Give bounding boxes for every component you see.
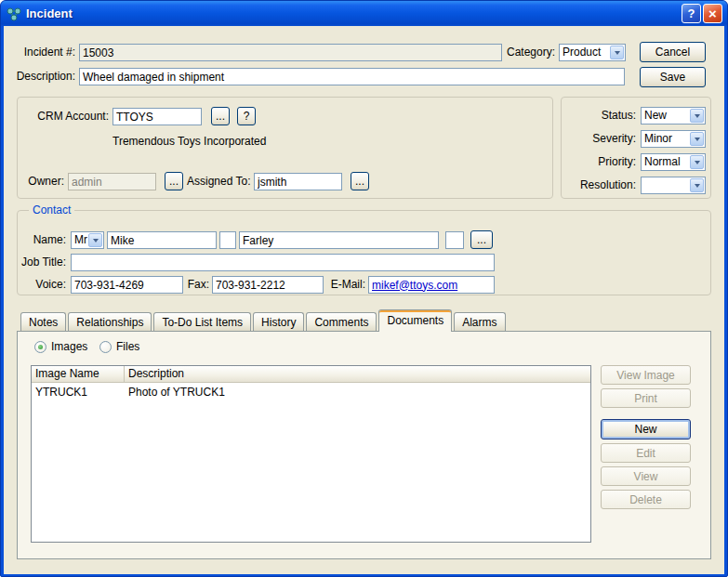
chevron-down-icon xyxy=(690,155,704,169)
cell-image-name: YTRUCK1 xyxy=(32,385,125,400)
documents-table: Image Name Description YTRUCK1 Photo of … xyxy=(31,365,591,543)
edit-button[interactable]: Edit xyxy=(601,443,691,463)
documents-tab-panel: Images Files Image Name Description YTRU… xyxy=(17,331,711,559)
suffix-field[interactable] xyxy=(445,231,464,249)
tab-history[interactable]: History xyxy=(253,312,304,331)
print-button[interactable]: Print xyxy=(601,388,691,408)
first-name-field[interactable] xyxy=(107,231,217,249)
account-group: CRM Account: ... ? Tremendous Toys Incor… xyxy=(17,97,553,199)
category-value: Product xyxy=(560,45,609,60)
incident-number-field[interactable] xyxy=(79,44,502,61)
contact-group: Contact Name: Mr ... Job Title: Voice: F… xyxy=(17,210,711,295)
titlebar[interactable]: Incident ? × xyxy=(1,1,727,26)
last-name-field[interactable] xyxy=(239,231,439,249)
crm-help-button[interactable]: ? xyxy=(237,107,256,125)
job-title-label: Job Title: xyxy=(18,254,66,271)
assigned-browse-button[interactable]: ... xyxy=(351,172,369,190)
resolution-value xyxy=(642,177,689,179)
window-title: Incident xyxy=(26,7,680,20)
severity-select[interactable]: Minor xyxy=(641,130,706,148)
table-header: Image Name Description xyxy=(32,366,590,383)
column-header-description[interactable]: Description xyxy=(125,366,590,382)
severity-value: Minor xyxy=(642,131,689,147)
salutation-value: Mr xyxy=(72,232,87,248)
save-button[interactable]: Save xyxy=(640,67,706,87)
owner-field xyxy=(68,173,156,190)
email-label: E-Mail: xyxy=(326,276,365,294)
radio-images-label: Images xyxy=(51,340,87,353)
owner-label: Owner: xyxy=(23,173,64,190)
voice-label: Voice: xyxy=(21,276,66,294)
tab-bar: Notes Relationships To-Do List Items His… xyxy=(20,309,508,331)
contact-group-caption: Contact xyxy=(29,203,74,216)
tab-relationships[interactable]: Relationships xyxy=(68,312,152,331)
titlebar-help-icon[interactable]: ? xyxy=(682,4,701,23)
app-icon[interactable] xyxy=(7,7,21,21)
tab-notes[interactable]: Notes xyxy=(20,312,66,331)
category-label: Category: xyxy=(502,44,555,61)
cancel-button[interactable]: Cancel xyxy=(640,42,706,62)
column-header-image-name[interactable]: Image Name xyxy=(32,366,125,382)
middle-initial-field[interactable] xyxy=(219,231,236,249)
voice-field[interactable] xyxy=(71,276,183,294)
radio-unselected-icon xyxy=(99,341,112,353)
status-select[interactable]: New xyxy=(641,107,706,125)
radio-images[interactable]: Images xyxy=(34,340,87,353)
category-select[interactable]: Product xyxy=(559,44,626,61)
cell-description: Photo of YTRUCK1 xyxy=(125,385,229,400)
close-icon[interactable]: × xyxy=(703,4,722,23)
table-row[interactable]: YTRUCK1 Photo of YTRUCK1 xyxy=(32,385,590,400)
chevron-down-icon xyxy=(610,46,624,59)
status-group: Status: New Severity: Minor Priority: No… xyxy=(561,97,711,199)
crm-account-label: CRM Account: xyxy=(23,108,109,125)
delete-button[interactable]: Delete xyxy=(601,490,691,509)
new-button[interactable]: New xyxy=(601,419,691,439)
view-image-button[interactable]: View Image xyxy=(601,365,691,385)
incident-window: Incident ? × Incident #: Category: Produ… xyxy=(0,0,728,577)
dialog-content: Incident #: Category: Product Cancel Des… xyxy=(4,26,724,574)
status-value: New xyxy=(642,108,689,124)
email-field[interactable] xyxy=(368,276,495,294)
crm-browse-button[interactable]: ... xyxy=(211,107,230,125)
priority-value: Normal xyxy=(642,154,689,170)
priority-label: Priority: xyxy=(565,153,636,171)
priority-select[interactable]: Normal xyxy=(641,153,706,171)
job-title-field[interactable] xyxy=(71,254,495,271)
resolution-label: Resolution: xyxy=(565,177,636,194)
contact-browse-button[interactable]: ... xyxy=(470,230,493,249)
tab-documents[interactable]: Documents xyxy=(378,309,452,332)
chevron-down-icon xyxy=(690,109,704,123)
crm-account-field[interactable] xyxy=(113,108,202,125)
severity-label: Severity: xyxy=(565,130,636,148)
chevron-down-icon xyxy=(88,233,102,247)
description-label: Description: xyxy=(9,68,75,85)
name-label: Name: xyxy=(21,231,66,249)
radio-selected-icon xyxy=(34,341,46,353)
fax-field[interactable] xyxy=(212,276,324,294)
radio-files[interactable]: Files xyxy=(99,340,139,353)
chevron-down-icon xyxy=(690,178,704,192)
salutation-select[interactable]: Mr xyxy=(71,231,104,249)
resolution-select[interactable] xyxy=(641,177,706,194)
tab-todo-list-items[interactable]: To-Do List Items xyxy=(153,312,251,331)
assigned-to-label: Assigned To: xyxy=(187,173,250,190)
chevron-down-icon xyxy=(690,132,704,146)
status-label: Status: xyxy=(565,107,636,125)
account-name-text: Tremendous Toys Incorporated xyxy=(113,135,266,148)
tab-comments[interactable]: Comments xyxy=(306,312,377,331)
incident-number-label: Incident #: xyxy=(9,44,75,61)
owner-browse-button[interactable]: ... xyxy=(165,172,183,190)
tab-alarms[interactable]: Alarms xyxy=(454,312,505,331)
radio-files-label: Files xyxy=(116,340,139,353)
assigned-to-field[interactable] xyxy=(254,173,342,190)
description-field[interactable] xyxy=(79,68,625,85)
view-button[interactable]: View xyxy=(601,466,691,486)
fax-label: Fax: xyxy=(185,276,209,294)
